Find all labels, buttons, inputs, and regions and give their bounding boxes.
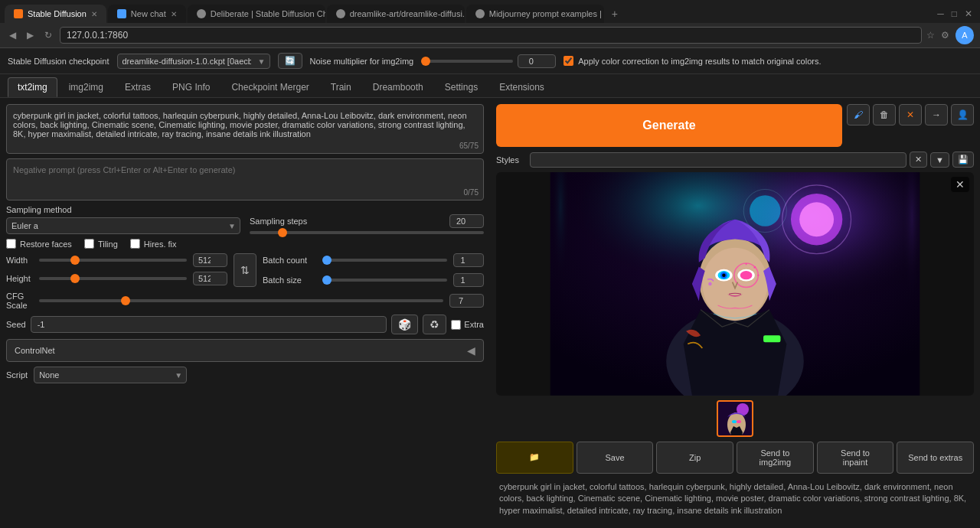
tab-extras[interactable]: Extras	[115, 77, 161, 97]
styles-clear-button[interactable]: ✕	[910, 152, 927, 168]
positive-prompt-textarea[interactable]: cyberpunk girl in jacket, colorful tatto…	[7, 105, 483, 151]
maximize-button[interactable]: □	[949, 7, 960, 21]
back-button[interactable]: ◀	[6, 28, 19, 42]
width-slider[interactable]	[39, 259, 187, 262]
styles-label: Styles	[496, 155, 527, 165]
restore-faces-checkbox[interactable]	[6, 239, 16, 249]
tools-row: 🖌 🗑 ✕ → 👤	[847, 104, 974, 125]
tab-txt2img[interactable]: txt2img	[8, 77, 57, 97]
sampling-method-select[interactable]: Euler a Euler LMS DPM++ 2M Karras	[6, 217, 240, 234]
noise-slider[interactable]	[421, 60, 513, 63]
open-folder-button[interactable]: 📁	[496, 442, 573, 474]
batch-count-input[interactable]	[453, 253, 484, 267]
tab-train[interactable]: Train	[321, 77, 361, 97]
hires-fix-text: Hires. fix	[144, 240, 177, 249]
forward-button[interactable]: ▶	[24, 28, 37, 42]
batch-count-slider[interactable]	[322, 259, 447, 262]
hires-fix-checkbox[interactable]	[130, 239, 140, 249]
browser-tab-1[interactable]: Stable Diffusion ✕	[5, 5, 106, 23]
url-input[interactable]	[60, 27, 922, 44]
color-correction-label: Apply color correction to img2img result…	[578, 57, 821, 66]
height-label: Height	[6, 274, 33, 283]
sampling-steps-input[interactable]	[449, 214, 484, 228]
negative-prompt-counter: 0/75	[464, 188, 479, 197]
negative-prompt-textarea[interactable]	[7, 159, 483, 197]
tab-close-2[interactable]: ✕	[171, 10, 177, 18]
tab-img2img[interactable]: img2img	[59, 77, 113, 97]
controlnet-label: ControlNet	[15, 346, 55, 355]
send-inpaint-button[interactable]: Send to inpaint	[817, 442, 894, 474]
tab-extensions[interactable]: Extensions	[489, 77, 554, 97]
skip-button[interactable]: 🗑	[873, 104, 896, 125]
tool-btn-4[interactable]: →	[925, 104, 948, 125]
tab-title-2: New chat	[131, 9, 166, 18]
new-tab-button[interactable]: +	[606, 5, 624, 23]
svg-rect-7	[763, 335, 780, 342]
send-img2img-button[interactable]: Send to img2img	[737, 442, 814, 474]
tool-btn-3[interactable]: ✕	[899, 104, 922, 125]
image-caption: cyberpunk girl in jacket, colorful tatto…	[496, 478, 974, 520]
styles-dropdown-button[interactable]: ▼	[930, 152, 949, 168]
styles-input[interactable]	[530, 152, 906, 168]
tiling-label[interactable]: Tiling	[84, 239, 118, 249]
batch-size-input[interactable]	[453, 273, 484, 287]
tab-favicon-3	[197, 9, 206, 18]
tab-settings[interactable]: Settings	[435, 77, 488, 97]
browser-tab-5[interactable]: Midjourney prompt examples | L... ✕	[466, 5, 604, 23]
checkpoint-refresh-button[interactable]: 🔄	[278, 53, 302, 69]
height-slider[interactable]	[39, 277, 187, 280]
hires-fix-label[interactable]: Hires. fix	[130, 239, 177, 249]
seed-recycle-button[interactable]: ♻	[423, 315, 446, 334]
extra-checkbox-label[interactable]: Extra	[451, 320, 484, 330]
color-correction-section: Apply color correction to img2img result…	[564, 56, 821, 66]
right-header: Generate 🖌 🗑 ✕ → 👤	[496, 104, 974, 147]
seed-random-button[interactable]: 🎲	[391, 315, 418, 334]
interrupt-button[interactable]: 🖌	[847, 104, 870, 125]
svg-point-31	[737, 420, 741, 423]
reload-button[interactable]: ↻	[41, 28, 55, 42]
tab-title-3: Deliberate | Stable Diffusion Ch...	[211, 9, 325, 18]
width-input[interactable]	[193, 253, 227, 267]
browser-tab-4[interactable]: dreamlike-art/dreamlike-diffusi... ✕	[327, 5, 465, 23]
swap-dimensions-button[interactable]: ⇅	[234, 253, 256, 287]
minimize-button[interactable]: ─	[934, 7, 947, 21]
seed-input[interactable]	[31, 316, 387, 333]
cfg-scale-slider[interactable]	[39, 299, 443, 302]
left-panel: cyberpunk girl in jacket, colorful tatto…	[0, 98, 490, 526]
restore-faces-text: Restore faces	[20, 240, 72, 249]
browser-tab-3[interactable]: Deliberate | Stable Diffusion Ch... ✕	[188, 5, 325, 23]
browser-tab-2[interactable]: New chat ✕	[108, 5, 186, 23]
close-button[interactable]: ✕	[962, 7, 975, 21]
tool-btn-5[interactable]: 👤	[951, 104, 974, 125]
tab-dreambooth[interactable]: Dreambooth	[363, 77, 433, 97]
extensions-icon[interactable]: ⚙	[941, 30, 949, 41]
height-input[interactable]	[193, 272, 227, 285]
tab-close-1[interactable]: ✕	[91, 10, 97, 18]
tab-png-info[interactable]: PNG Info	[162, 77, 220, 97]
svg-point-14	[722, 273, 725, 276]
tab-checkpoint-merger[interactable]: Checkpoint Merger	[221, 77, 318, 97]
zip-button[interactable]: Zip	[656, 442, 733, 474]
controlnet-section[interactable]: ControlNet ◀	[6, 339, 484, 362]
save-button[interactable]: Save	[577, 442, 654, 474]
cfg-scale-input[interactable]	[449, 294, 484, 308]
thumbnail-1[interactable]	[717, 400, 753, 437]
checkpoint-select[interactable]: dreamlike-diffusion-1.0.ckpt [0aecbcfa2c…	[117, 54, 270, 69]
tab-favicon-4	[336, 9, 345, 18]
batch-size-slider[interactable]	[322, 279, 447, 282]
sampling-steps-slider[interactable]	[250, 231, 484, 234]
bookmark-icon[interactable]: ☆	[926, 30, 935, 41]
color-correction-checkbox[interactable]	[564, 56, 573, 66]
tiling-checkbox[interactable]	[84, 239, 94, 249]
script-select[interactable]: None	[34, 367, 187, 383]
svg-rect-25	[550, 172, 577, 396]
generate-button[interactable]: Generate	[496, 104, 842, 147]
profile-icon[interactable]: A	[956, 26, 974, 44]
app-container: Stable Diffusion checkpoint dreamlike-di…	[0, 48, 980, 526]
styles-save-button[interactable]: 💾	[952, 152, 974, 168]
send-extras-button[interactable]: Send to extras	[897, 442, 974, 474]
restore-faces-label[interactable]: Restore faces	[6, 239, 72, 249]
image-close-button[interactable]: ✕	[951, 177, 969, 192]
noise-input[interactable]	[518, 54, 556, 68]
extra-checkbox[interactable]	[451, 320, 461, 330]
